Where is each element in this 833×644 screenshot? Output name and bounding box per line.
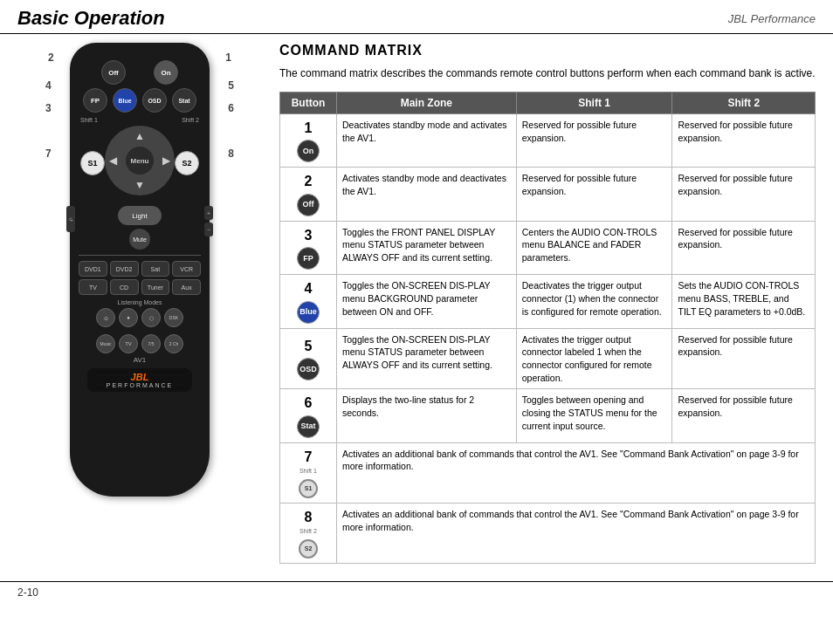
dpad-left-arrow: ◀ [109,154,117,167]
source-grid: DVD1 DVD2 Sat VCR TV CD Tuner Aux [79,261,201,295]
on-button[interactable]: On [154,60,178,85]
vcr-button[interactable]: VCR [172,261,201,277]
av1-label: AV1 [79,356,201,364]
remote-second-row: FP Blue OSD Stat [79,88,201,113]
fp-button[interactable]: FP [83,88,107,113]
col-header-main-zone: Main Zone [337,92,517,114]
num-cell-1: 1 On [286,119,331,162]
shift-labels: Shift 1 Shift 2 [79,117,201,123]
jbl-branding: JBL PERFORMANCE [87,368,192,392]
row-num-4: 4 [305,279,313,298]
menu-button[interactable]: Menu [126,147,154,175]
num-label-2: 2 [48,51,54,64]
row-2-shift2: Reserved for possible future expansion. [672,168,816,221]
aux-button[interactable]: Aux [172,279,201,295]
table-row: 5 OSD Toggles the ON-SCREEN DIS-PLAY men… [280,328,816,389]
row-icon-on: On [297,140,320,162]
num-cell-8: 8 Shift 2 S2 [286,508,331,558]
row-1-shift2: Reserved for possible future expansion. [672,114,816,168]
num-cell-6: 6 Stat [286,394,331,437]
row-icon-stat: Stat [297,415,320,438]
mode-circle-2[interactable]: ● [119,308,138,327]
row-4-main: Toggles the ON-SCREEN DIS-PLAY menu BACK… [337,275,517,328]
dvd1-button[interactable]: DVD1 [79,261,107,277]
s1-button[interactable]: S1 [80,151,105,175]
off-button[interactable]: Off [101,60,126,85]
table-row: 7 Shift 1 S1 Activates an additional ban… [280,442,816,503]
row-2-button: 2 Off [280,168,337,221]
command-matrix-table: Button Main Zone Shift 1 Shift 2 1 On De… [279,92,816,564]
section-title: COMMAND MATRIX [279,43,816,58]
mode-circle-4[interactable]: DSK [164,308,183,327]
listening-modes-label: Listening Modes [79,299,201,305]
col-header-button: Button [280,92,337,114]
mode-circle-5[interactable]: Music [96,334,115,353]
row-6-button: 6 Stat [280,389,337,442]
blue-button[interactable]: Blue [113,88,137,113]
row-8-button: 8 Shift 2 S2 [280,503,337,563]
num-cell-3: 3 FP [286,226,331,270]
row-num-1: 1 [305,119,313,138]
mode-circle-3[interactable]: ⬡ [141,308,161,327]
cd-button[interactable]: CD [110,279,139,295]
dpad-right-arrow: ▶ [162,154,170,167]
row-icon-blue: Blue [297,301,320,324]
num-label-7: 7 [45,147,52,160]
shift1-sublabel: Shift 1 [299,467,317,476]
num-cell-2: 2 Off [286,172,331,216]
sat-button[interactable]: Sat [141,261,170,277]
dpad-down-arrow: ▼ [134,179,145,191]
vol-down-button[interactable]: − [204,223,213,236]
vol-area: + − [204,206,213,236]
row-6-shift1: Toggles between opening and closing the … [516,389,672,442]
num-label-1: 1 [225,51,231,64]
remote-wrapper: 2 1 4 5 3 6 7 8 Off On [44,43,236,497]
vol-up-button[interactable]: + [204,206,213,220]
stat-button[interactable]: Stat [172,88,196,113]
col-header-shift1: Shift 1 [516,92,672,114]
row-num-7: 7 [305,448,313,467]
dvd2-button[interactable]: DVD2 [110,261,139,277]
row-num-3: 3 [305,226,313,245]
mode-circle-7[interactable]: 7/5 [141,334,161,353]
mute-button[interactable]: Mute [129,229,150,250]
row-5-main: Toggles the ON-SCREEN DIS-PLAY menu STAT… [337,328,517,389]
row-icon-s2: S2 [299,539,318,558]
shift1-label: Shift 1 [80,117,98,123]
row-3-shift1: Centers the AUDIO CON-TROLS menu BALANCE… [516,221,672,274]
mode-circles-row1: ⊙ ● ⬡ DSK [79,308,201,327]
dpad[interactable]: ▲ ▼ ◀ ▶ Menu [105,126,175,195]
table-row: 2 Off Activates standby mode and deactiv… [280,168,816,221]
row-icon-osd: OSD [297,358,320,380]
light-mute-area: ↺ + − Light Mute [79,206,201,250]
osd-button[interactable]: OSD [142,88,167,113]
row-6-shift2: Reserved for possible future expansion. [672,389,816,442]
remote-separator [79,255,201,256]
col-header-shift2: Shift 2 [672,92,816,114]
row-2-main: Activates standby mode and deactivates t… [337,168,517,221]
page-header: Basic Operation JBL Performance [0,0,833,34]
page-title: Basic Operation [17,7,165,30]
tv-button[interactable]: TV [79,279,107,295]
mode-circle-8[interactable]: 2 Ch [164,334,183,353]
back-btn-area: ↺ [66,206,75,232]
row-icon-s1: S1 [299,479,318,498]
mode-circle-6[interactable]: TV [119,334,138,353]
back-button[interactable]: ↺ [66,206,75,232]
row-1-main: Deactivates standby mode and activates t… [337,114,517,168]
row-num-2: 2 [305,172,313,191]
num-label-4: 4 [45,79,52,92]
row-7-button: 7 Shift 1 S1 [280,442,337,503]
row-5-button: 5 OSD [280,328,337,389]
row-4-shift1: Deactivates the trigger output connector… [516,275,672,328]
row-8-main-span: Activates an additional bank of commands… [337,503,816,563]
row-num-8: 8 [305,508,313,527]
shift2-sublabel: Shift 2 [299,527,317,536]
s2-button[interactable]: S2 [175,151,199,175]
row-icon-fp: FP [297,247,320,270]
num-label-5: 5 [228,79,234,92]
light-button[interactable]: Light [118,206,162,225]
tuner-button[interactable]: Tuner [141,279,170,295]
performance-text: PERFORMANCE [96,382,183,388]
mode-circle-1[interactable]: ⊙ [96,308,115,327]
